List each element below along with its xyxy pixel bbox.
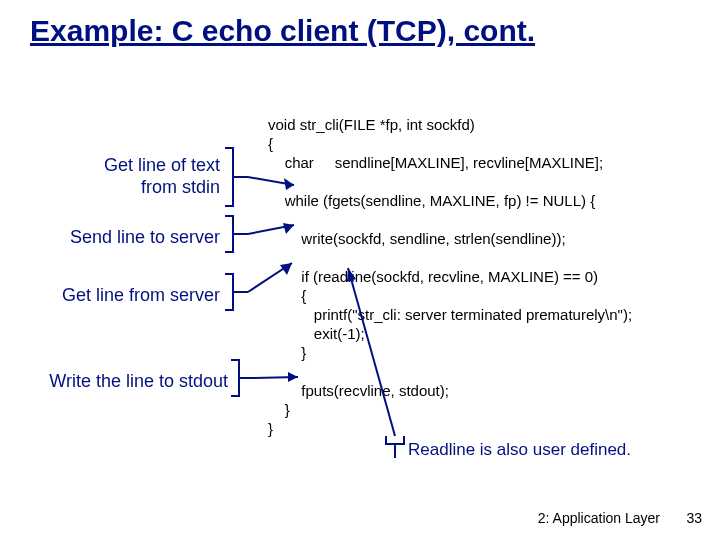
page-title: Example: C echo client (TCP), cont. bbox=[30, 14, 535, 48]
bracket-get-stdin bbox=[225, 148, 248, 206]
footnote-readline: Readline is also user defined. bbox=[408, 440, 631, 460]
footer-page: 33 bbox=[686, 510, 702, 526]
label-send-server: Send line to server bbox=[30, 226, 220, 248]
label-get-stdin: Get line of text from stdin bbox=[50, 154, 220, 198]
label-get-server: Get line from server bbox=[20, 284, 220, 306]
bracket-send-server bbox=[225, 216, 248, 252]
footer-chapter: 2: Application Layer bbox=[538, 510, 660, 526]
code-block: void str_cli(FILE *fp, int sockfd) { cha… bbox=[268, 115, 632, 438]
label-write-stdout: Write the line to stdout bbox=[0, 370, 228, 392]
bracket-write-stdout bbox=[231, 360, 254, 396]
label-get-stdin-line2: from stdin bbox=[141, 177, 220, 197]
label-get-stdin-line1: Get line of text bbox=[104, 155, 220, 175]
bracket-get-server bbox=[225, 274, 248, 310]
bracket-footnote bbox=[386, 436, 404, 458]
